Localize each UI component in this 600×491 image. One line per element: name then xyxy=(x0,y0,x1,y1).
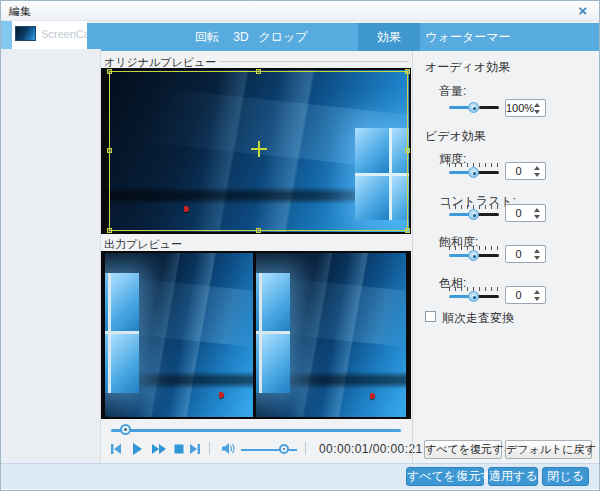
media-title: ScreenCaptur xyxy=(41,28,87,40)
audio-volume-slider[interactable] xyxy=(449,102,499,113)
slider-knob[interactable] xyxy=(468,209,479,220)
media-item-row[interactable]: ScreenCaptur xyxy=(1,21,87,49)
volume-slider-handle[interactable] xyxy=(279,444,289,454)
seek-handle[interactable] xyxy=(120,424,131,435)
dialog-title: 編集 xyxy=(9,4,31,19)
windows-logo xyxy=(256,273,290,393)
crop-handle[interactable] xyxy=(256,228,261,233)
skip-start-icon[interactable] xyxy=(109,442,125,456)
apply-button[interactable]: 適用する xyxy=(488,467,538,486)
media-thumbnail xyxy=(15,26,36,41)
titlebar: 編集 × xyxy=(1,1,599,21)
brightness-slider[interactable] xyxy=(449,167,499,178)
brightness-value: 0 xyxy=(506,165,531,177)
tab-rotate[interactable]: 回転 xyxy=(184,23,230,51)
slider-knob[interactable] xyxy=(468,167,479,178)
seek-bar[interactable] xyxy=(111,429,401,432)
crop-handle[interactable] xyxy=(405,148,410,153)
saturation-slider[interactable] xyxy=(449,250,499,261)
hue-slider[interactable] xyxy=(449,291,499,302)
output-preview-label: 出力プレビュー xyxy=(104,237,182,252)
spinner-down-icon[interactable] xyxy=(534,110,540,114)
tab-3d[interactable]: 3D xyxy=(227,23,255,51)
time-display: 00:00:01/00:00:21 xyxy=(319,442,423,456)
volume-icon[interactable] xyxy=(221,442,237,456)
output-frame-left xyxy=(105,253,253,417)
crop-handle[interactable] xyxy=(405,228,410,233)
media-selection-strip xyxy=(1,21,12,49)
spinner-down-icon[interactable] xyxy=(534,215,540,219)
divider xyxy=(305,442,306,455)
edit-dialog: 編集 × ScreenCaptur 回転 3D クロップ 効果 ウォーターマーク… xyxy=(0,0,600,491)
original-group-line xyxy=(219,61,409,62)
restore-all-footer-button[interactable]: すべてを復元する xyxy=(406,467,484,486)
saturation-value: 0 xyxy=(506,248,531,260)
spinner-up-icon[interactable] xyxy=(534,290,540,294)
slider-knob[interactable] xyxy=(468,102,479,113)
skip-end-icon[interactable] xyxy=(188,442,204,456)
stop-icon[interactable] xyxy=(172,442,188,456)
hue-value: 0 xyxy=(506,289,531,301)
crop-handle[interactable] xyxy=(107,228,112,233)
volume-label: 音量: xyxy=(439,83,466,100)
spinner-down-icon[interactable] xyxy=(534,173,540,177)
panel-divider xyxy=(412,51,413,463)
cursor-dot xyxy=(370,393,375,399)
divider xyxy=(209,442,210,455)
reset-default-button[interactable]: デフォルトに戻す xyxy=(505,440,592,459)
windows-logo xyxy=(105,273,139,393)
footer-bar: すべてを復元する 適用する 閉じる xyxy=(1,463,600,489)
crop-selection[interactable] xyxy=(109,71,408,231)
close-button[interactable]: 閉じる xyxy=(542,467,589,486)
contrast-slider[interactable] xyxy=(449,209,499,220)
transport-controls: 00:00:01/00:00:21 xyxy=(101,440,412,458)
original-preview-label: オリジナルプレビュー xyxy=(104,55,216,70)
tab-effect[interactable]: 効果 xyxy=(358,23,420,51)
output-preview xyxy=(101,251,411,419)
spinner-down-icon[interactable] xyxy=(534,256,540,260)
hue-spinner[interactable]: 0 xyxy=(505,286,546,304)
close-icon[interactable]: × xyxy=(578,2,587,19)
spinner-up-icon[interactable] xyxy=(534,166,540,170)
spinner-up-icon[interactable] xyxy=(534,103,540,107)
audio-effect-heading: オーディオ効果 xyxy=(425,59,510,76)
crop-handle[interactable] xyxy=(107,148,112,153)
spinner-up-icon[interactable] xyxy=(534,208,540,212)
slider-knob[interactable] xyxy=(468,291,479,302)
tab-watermark[interactable]: ウォーターマーク xyxy=(420,23,516,51)
spinner-down-icon[interactable] xyxy=(534,297,540,301)
slider-knob[interactable] xyxy=(468,250,479,261)
volume-spinner[interactable]: 100% xyxy=(505,99,546,117)
play-icon[interactable] xyxy=(130,442,146,456)
tab-bar: 回転 3D クロップ 効果 ウォーターマーク xyxy=(87,23,600,51)
volume-value: 100% xyxy=(506,102,531,114)
video-effect-heading: ビデオ効果 xyxy=(425,128,486,145)
brightness-spinner[interactable]: 0 xyxy=(505,162,546,180)
contrast-spinner[interactable]: 0 xyxy=(505,204,546,222)
media-list-sidebar xyxy=(1,49,101,463)
crop-handle[interactable] xyxy=(256,69,261,74)
crop-handle[interactable] xyxy=(405,69,410,74)
deinterlace-label: 順次走査変換 xyxy=(442,310,514,327)
spinner-up-icon[interactable] xyxy=(534,249,540,253)
output-frame-right xyxy=(256,253,406,417)
fast-forward-icon[interactable] xyxy=(150,442,170,456)
original-preview xyxy=(101,68,411,234)
restore-all-panel-button[interactable]: すべてを復元する xyxy=(424,440,502,459)
tab-crop[interactable]: クロップ xyxy=(253,23,313,51)
contrast-value: 0 xyxy=(506,207,531,219)
saturation-spinner[interactable]: 0 xyxy=(505,245,546,263)
cursor-dot xyxy=(219,392,224,398)
deinterlace-checkbox[interactable] xyxy=(425,311,436,322)
